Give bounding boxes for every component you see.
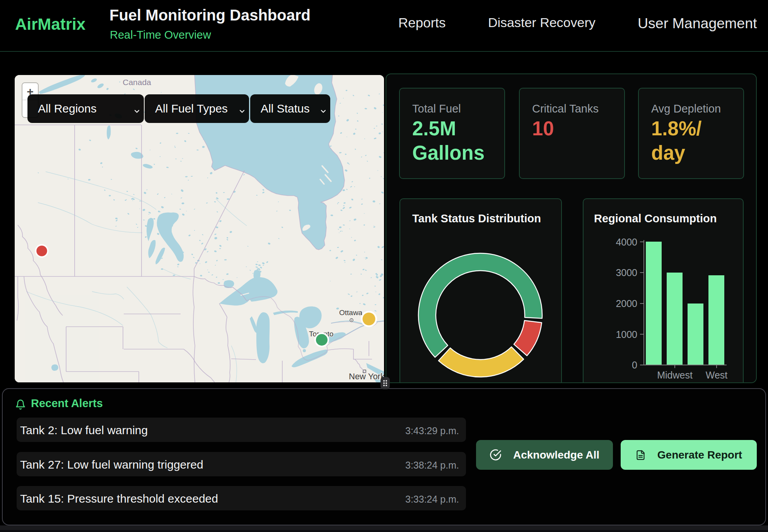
svg-text:1000: 1000: [616, 329, 637, 340]
svg-text:4000: 4000: [616, 237, 637, 247]
svg-text:Midwest: Midwest: [657, 370, 693, 380]
svg-text:3000: 3000: [616, 267, 637, 278]
svg-text:New York: New York: [349, 372, 384, 381]
svg-text:Ottawa: Ottawa: [339, 309, 363, 317]
svg-text:0: 0: [632, 360, 637, 370]
svg-text:2000: 2000: [616, 298, 637, 309]
svg-text:West: West: [706, 370, 728, 380]
svg-text:Canada: Canada: [123, 78, 151, 87]
